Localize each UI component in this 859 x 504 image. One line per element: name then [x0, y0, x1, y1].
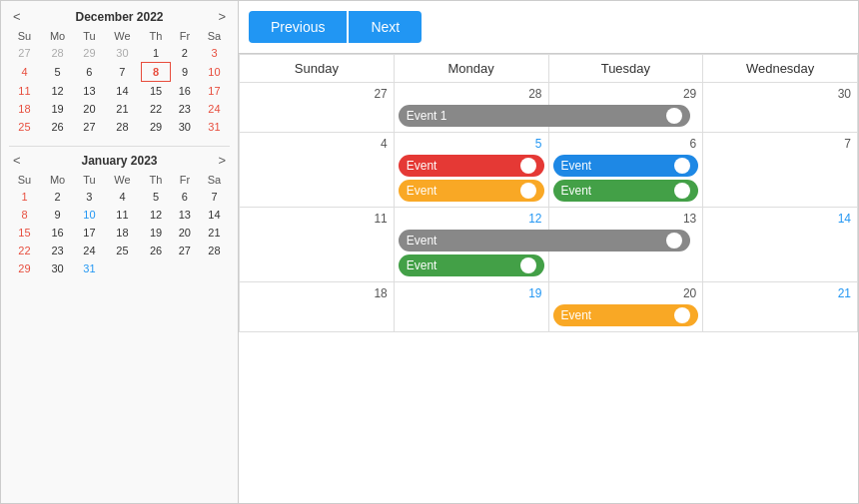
mini-cal-day[interactable]: 27: [75, 118, 104, 136]
mini-cal-day[interactable]: 20: [171, 224, 199, 242]
cal-day-cell: 19: [394, 282, 548, 332]
mini-cal-day[interactable]: 24: [75, 242, 104, 259]
mini-cal-day[interactable]: 7: [104, 63, 142, 82]
main-calendar-panel: Previous Next SundayMondayTuesdayWednesd…: [239, 1, 858, 503]
mini-cal-day[interactable]: 31: [75, 259, 104, 277]
mini-cal-day[interactable]: 15: [9, 224, 40, 242]
mini-cal-day[interactable]: 29: [9, 259, 40, 277]
mini-cal-day[interactable]: 17: [199, 82, 230, 101]
mini-cal-day[interactable]: 21: [199, 224, 230, 242]
mini-cal-day[interactable]: 10: [75, 206, 104, 224]
mini-cal-day[interactable]: 14: [199, 206, 230, 224]
mini-cal-day[interactable]: 28: [40, 44, 75, 63]
mini-cal-day[interactable]: 31: [199, 118, 230, 136]
cal-day-cell: 14: [703, 208, 858, 282]
mini-cal-day[interactable]: 7: [199, 188, 230, 206]
mini-cal-day[interactable]: 5: [40, 63, 75, 82]
mini-cal-day[interactable]: 11: [9, 82, 40, 101]
mini-cal-jan-next[interactable]: >: [214, 153, 230, 168]
next-button[interactable]: Next: [349, 11, 422, 43]
mini-cal-day[interactable]: 18: [104, 224, 142, 242]
cal-col-header: Tuesday: [548, 55, 703, 83]
mini-cal-day[interactable]: 17: [75, 224, 104, 242]
mini-cal-day[interactable]: 9: [171, 63, 199, 82]
mini-cal-day[interactable]: 19: [40, 100, 75, 118]
mini-cal-day[interactable]: 15: [141, 82, 171, 101]
event-pill[interactable]: Event▼: [399, 254, 544, 276]
mini-cal-day[interactable]: 25: [9, 118, 40, 136]
mini-cal-dec-prev[interactable]: <: [9, 9, 25, 24]
mini-cal-day[interactable]: 8: [9, 206, 40, 224]
mini-cal-day[interactable]: 14: [104, 82, 142, 101]
event-pill[interactable]: Event 1▼: [399, 105, 691, 127]
mini-cal-day[interactable]: 29: [141, 118, 171, 136]
mini-cal-day[interactable]: 13: [171, 206, 199, 224]
event-dropdown-arrow[interactable]: ▼: [520, 158, 536, 174]
mini-cal-day[interactable]: 6: [75, 63, 104, 82]
mini-cal-day[interactable]: 30: [40, 259, 75, 277]
mini-cal-day[interactable]: 6: [171, 188, 199, 206]
cal-day-cell: 30: [703, 83, 858, 133]
mini-cal-day[interactable]: 21: [104, 100, 142, 118]
mini-cal-day[interactable]: 16: [40, 224, 75, 242]
event-dropdown-arrow[interactable]: ▼: [666, 233, 682, 249]
mini-cal-jan-prev[interactable]: <: [9, 153, 25, 168]
mini-cal-day[interactable]: 4: [104, 188, 142, 206]
mini-cal-day[interactable]: 25: [104, 242, 142, 259]
event-pill[interactable]: Event▼: [553, 304, 699, 326]
mini-cal-day[interactable]: 20: [75, 100, 104, 118]
mini-cal-day[interactable]: 4: [9, 63, 40, 82]
event-dropdown-arrow[interactable]: ▼: [674, 307, 690, 323]
mini-cal-dec-next[interactable]: >: [214, 9, 230, 24]
mini-cal-day[interactable]: 29: [75, 44, 104, 63]
mini-cal-day[interactable]: 3: [199, 44, 230, 63]
event-dropdown-arrow[interactable]: ▼: [666, 108, 682, 124]
event-pill[interactable]: Event▼: [399, 180, 544, 202]
event-dropdown-arrow[interactable]: ▼: [674, 183, 690, 199]
day-number: 7: [707, 135, 853, 155]
mini-cal-day[interactable]: 13: [75, 82, 104, 101]
cal-day-cell: 4: [240, 133, 395, 208]
day-number: 11: [244, 210, 390, 230]
mini-cal-day[interactable]: 11: [104, 206, 142, 224]
mini-cal-dec: < December 2022 > SuMoTuWeThFrSa 2728293…: [9, 9, 230, 136]
mini-cal-day[interactable]: 30: [104, 44, 142, 63]
cal-col-header: Sunday: [240, 55, 395, 83]
event-dropdown-arrow[interactable]: ▼: [520, 257, 536, 273]
mini-cal-day[interactable]: 27: [171, 242, 199, 259]
mini-cal-day[interactable]: 22: [141, 100, 171, 118]
mini-cal-day[interactable]: 24: [199, 100, 230, 118]
mini-cal-day[interactable]: 16: [171, 82, 199, 101]
prev-button[interactable]: Previous: [249, 11, 347, 43]
mini-cal-day[interactable]: 2: [171, 44, 199, 63]
mini-cal-day[interactable]: 1: [9, 188, 40, 206]
mini-cal-day[interactable]: 9: [40, 206, 75, 224]
mini-cal-day[interactable]: 23: [40, 242, 75, 259]
mini-cal-day[interactable]: 18: [9, 100, 40, 118]
cal-day-cell: 6Event▼Event▼: [548, 133, 703, 208]
mini-cal-day[interactable]: 23: [171, 100, 199, 118]
mini-cal-day[interactable]: 8: [141, 63, 171, 82]
mini-cal-day[interactable]: 19: [141, 224, 171, 242]
event-dropdown-arrow[interactable]: ▼: [520, 183, 536, 199]
mini-cal-day[interactable]: 12: [40, 82, 75, 101]
mini-cal-day[interactable]: 12: [141, 206, 171, 224]
mini-cal-day[interactable]: 26: [141, 242, 171, 259]
event-pill[interactable]: Event▼: [399, 230, 691, 252]
mini-cal-day[interactable]: 26: [40, 118, 75, 136]
mini-cal-day[interactable]: 2: [40, 188, 75, 206]
mini-cal-day[interactable]: 5: [141, 188, 171, 206]
event-pill[interactable]: Event▼: [553, 180, 699, 202]
mini-cal-day[interactable]: 1: [141, 44, 171, 63]
mini-cal-day[interactable]: 22: [9, 242, 40, 259]
mini-cal-day[interactable]: 28: [199, 242, 230, 259]
event-pill[interactable]: Event▼: [399, 155, 544, 177]
day-number: 5: [399, 135, 544, 155]
mini-cal-day[interactable]: 30: [171, 118, 199, 136]
mini-cal-day[interactable]: 10: [199, 63, 230, 82]
mini-cal-day[interactable]: 27: [9, 44, 40, 63]
mini-cal-day[interactable]: 3: [75, 188, 104, 206]
event-dropdown-arrow[interactable]: ▼: [674, 158, 690, 174]
mini-cal-day[interactable]: 28: [104, 118, 142, 136]
event-pill[interactable]: Event▼: [553, 155, 699, 177]
